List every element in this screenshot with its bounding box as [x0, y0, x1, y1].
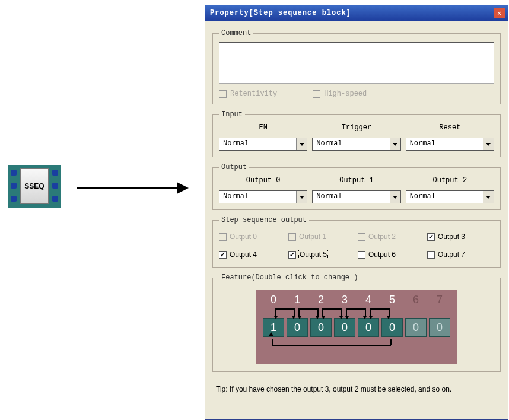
- stepseq-output3-checkbox[interactable]: Output 3: [427, 233, 494, 241]
- output1-label: Output 1: [312, 176, 400, 184]
- loop-arrow-icon: [262, 341, 451, 354]
- stepseq-output1-checkbox: Output 1: [288, 233, 355, 241]
- chevron-down-icon: [296, 191, 307, 203]
- trigger-select[interactable]: Normal: [312, 138, 400, 151]
- feature-header: 4: [358, 294, 379, 306]
- output1-select[interactable]: Normal: [312, 190, 400, 203]
- checkbox-icon: [219, 251, 227, 259]
- checkbox-icon: [288, 251, 296, 259]
- checkbox-icon: [219, 90, 227, 98]
- output2-label: Output 2: [406, 176, 494, 184]
- feature-header: 6: [405, 294, 427, 306]
- chevron-down-icon: [390, 191, 400, 203]
- checkbox-icon: [313, 90, 320, 98]
- highspeed-checkbox: High-speed: [313, 90, 367, 98]
- output0-label: Output 0: [219, 176, 307, 184]
- input-legend: Input: [219, 110, 245, 119]
- feature-cell[interactable]: 0: [358, 318, 379, 337]
- stepseq-group: Step sequence output Output 0 Output 1 O…: [212, 216, 501, 268]
- chevron-down-icon: [296, 138, 307, 150]
- output0-select[interactable]: Normal: [219, 190, 307, 203]
- close-button[interactable]: ✕: [494, 8, 505, 18]
- feature-header: 0: [263, 294, 284, 306]
- checkbox-icon: [427, 251, 435, 259]
- reset-label: Reset: [406, 123, 494, 132]
- dialog-title: Property[Step sequence block]: [210, 9, 351, 17]
- reset-select[interactable]: Normal: [406, 138, 494, 151]
- block-pin: [11, 170, 17, 176]
- en-select[interactable]: Normal: [219, 138, 307, 151]
- output-group: Output Output 0 Output 1 Output 2 Normal…: [212, 163, 501, 210]
- close-icon: ✕: [497, 9, 502, 18]
- checkbox-icon: [219, 233, 227, 241]
- sseq-block-label: SSEQ: [20, 168, 49, 204]
- chevron-down-icon: [483, 191, 494, 203]
- block-pin: [11, 196, 17, 202]
- feature-cell[interactable]: 0: [287, 318, 308, 337]
- feature-cell[interactable]: 0: [334, 318, 355, 337]
- feature-cell[interactable]: 0: [310, 318, 332, 337]
- feature-cell[interactable]: 1: [263, 318, 284, 337]
- feature-cell: 0: [429, 318, 450, 337]
- stepseq-output6-checkbox[interactable]: Output 6: [358, 250, 425, 259]
- retentivity-label: Retentivity: [230, 90, 277, 98]
- tip-text: Tip: If you have chosen the output 3, ou…: [212, 385, 501, 393]
- output-legend: Output: [219, 163, 249, 171]
- checkbox-icon: [288, 233, 296, 241]
- feature-cell[interactable]: 0: [381, 318, 403, 337]
- comment-textarea[interactable]: [219, 42, 494, 84]
- feature-header: 2: [310, 294, 332, 306]
- arrow-icon: [77, 184, 190, 192]
- trigger-label: Trigger: [312, 123, 400, 132]
- property-dialog: Property[Step sequence block] ✕ Comment …: [205, 5, 508, 420]
- stepseq-legend: Step sequence output: [219, 216, 309, 224]
- stepseq-output4-checkbox[interactable]: Output 4: [219, 250, 286, 259]
- chevron-down-icon: [390, 138, 400, 150]
- block-pin: [52, 196, 58, 202]
- comment-group: Comment Retentivity High-speed: [212, 29, 501, 104]
- checkbox-icon: [427, 233, 435, 241]
- stepseq-output5-checkbox[interactable]: Output 5: [288, 250, 355, 259]
- checkbox-icon: [358, 233, 365, 241]
- feature-header: 7: [429, 294, 450, 306]
- feature-legend: Feature(Double click to change ): [219, 273, 360, 282]
- feature-group: Feature(Double click to change ) 0 1 2 3…: [212, 273, 501, 372]
- feature-header: 5: [381, 294, 403, 306]
- dialog-titlebar: Property[Step sequence block] ✕: [205, 5, 508, 21]
- stepseq-output0-checkbox: Output 0: [219, 233, 286, 241]
- highspeed-label: High-speed: [324, 90, 367, 98]
- block-pin: [52, 170, 58, 176]
- feature-diagram[interactable]: 0 1 2 3 4 5 6 7: [256, 290, 457, 364]
- checkbox-icon: [358, 251, 365, 259]
- comment-legend: Comment: [219, 29, 253, 37]
- block-pin: [11, 183, 17, 189]
- en-label: EN: [219, 123, 307, 132]
- retentivity-checkbox: Retentivity: [219, 90, 277, 98]
- stepseq-output2-checkbox: Output 2: [358, 233, 425, 241]
- chevron-down-icon: [483, 138, 494, 150]
- step-arrows-icon: [262, 307, 451, 318]
- sseq-block-icon: SSEQ: [8, 165, 61, 208]
- feature-header: 3: [334, 294, 355, 306]
- output2-select[interactable]: Normal: [406, 190, 494, 203]
- stepseq-output7-checkbox[interactable]: Output 7: [427, 250, 494, 259]
- block-pin: [52, 183, 58, 189]
- feature-header: 1: [287, 294, 308, 306]
- feature-cell: 0: [405, 318, 427, 337]
- input-group: Input EN Trigger Reset Normal Normal Nor…: [212, 110, 501, 157]
